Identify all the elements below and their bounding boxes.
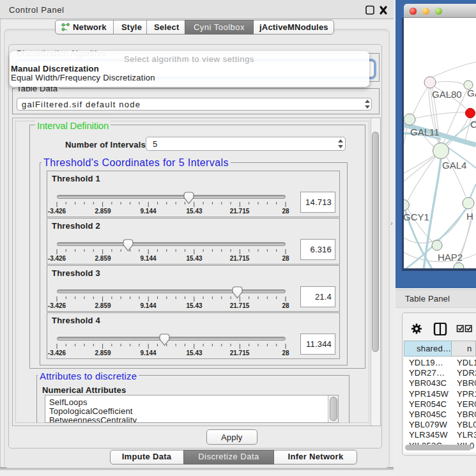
svg-text:C: C	[470, 119, 476, 130]
svg-text:HAP2: HAP2	[438, 252, 463, 263]
svg-text:GA: GA	[467, 88, 476, 98]
svg-text:GAL4: GAL4	[442, 160, 466, 171]
svg-text:GCY1: GCY1	[404, 211, 429, 222]
svg-text:GAL11: GAL11	[410, 127, 440, 137]
svg-text:H: H	[466, 211, 473, 222]
svg-text:GAL80: GAL80	[432, 89, 462, 100]
